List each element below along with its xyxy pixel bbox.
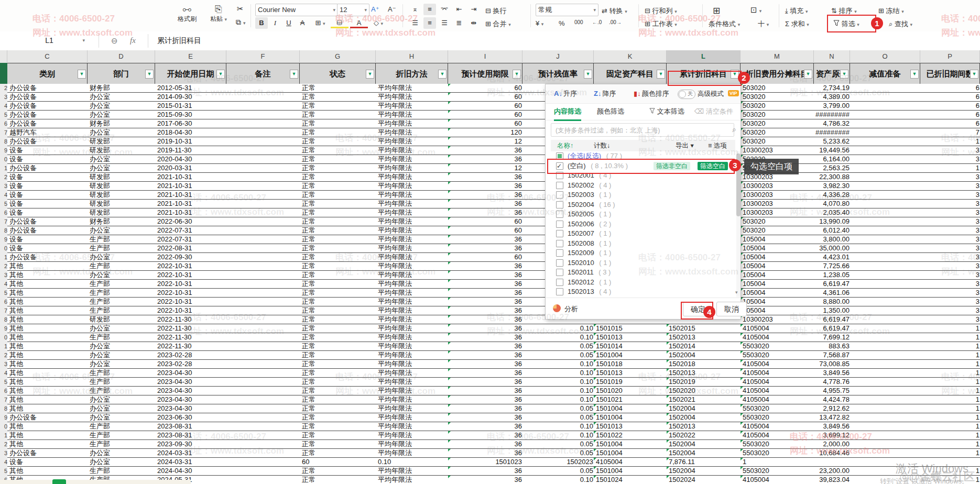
table-style-button[interactable]: ⊞	[713, 5, 720, 16]
fill-button[interactable]: ⤓ 填充 ▾	[785, 6, 808, 16]
filter-dropdown-K[interactable]: ▼	[657, 70, 665, 79]
filter-list-item[interactable]: 1502007 ( 1 )	[551, 229, 735, 238]
align-top-button[interactable]: ⌅	[409, 4, 421, 15]
percent-button[interactable]: %	[559, 19, 565, 27]
header-cell-E[interactable]: 开始使用日期▼	[155, 63, 226, 84]
font-name-select[interactable]: Courier New▾	[255, 4, 338, 16]
row-header-12[interactable]: 2	[0, 173, 8, 182]
row-header-30[interactable]: 0	[0, 333, 8, 342]
filter-dropdown-H[interactable]: ▼	[438, 70, 447, 79]
conditional-format-button[interactable]: 条件格式 ▾	[709, 19, 740, 29]
header-cell-F[interactable]: 备注▼	[226, 63, 300, 84]
column-letter-L[interactable]: L	[667, 50, 741, 62]
filter-item-checkbox[interactable]	[556, 152, 563, 160]
row-header-4[interactable]: 4	[0, 102, 8, 111]
filter-dropdown-N[interactable]: ▼	[840, 70, 848, 79]
font-size-select[interactable]: 12▾	[337, 4, 369, 16]
decrease-indent-button[interactable]: ⇤	[453, 4, 465, 15]
row-header-29[interactable]: 9	[0, 324, 8, 333]
header-cell-C[interactable]: 类别▼	[7, 63, 88, 84]
fill-color-button[interactable]: ⛁	[331, 17, 349, 29]
currency-button[interactable]: ¥ ▾	[536, 19, 543, 27]
filter-item-checkbox[interactable]	[556, 221, 563, 228]
row-header-10[interactable]: 0	[0, 155, 8, 164]
filter-dropdown-D[interactable]: ▼	[145, 70, 154, 79]
decrease-decimal-button[interactable]: ←.0	[592, 19, 602, 25]
align-center-button[interactable]: ≡	[423, 17, 436, 29]
grid-style-button[interactable]: ⼗ ▾	[758, 19, 769, 29]
filter-item-checkbox[interactable]	[556, 201, 563, 208]
format-painter-button[interactable]: ⧟格式刷	[173, 4, 201, 24]
column-letter-G[interactable]: G	[300, 50, 376, 62]
align-right-button[interactable]: ☰	[438, 17, 451, 29]
row-header-14[interactable]: 4	[0, 191, 8, 200]
row-header-5[interactable]: 5	[0, 111, 8, 119]
formula-input[interactable]: 累计折旧科目	[157, 31, 201, 50]
filter-list-item[interactable]: 1502012 ( 1 )	[551, 278, 735, 287]
column-letter-P[interactable]: P	[920, 50, 980, 62]
column-letter-E[interactable]: E	[155, 50, 226, 62]
header-cell-O[interactable]: 减值准备▼	[850, 63, 920, 84]
filter-item-checkbox[interactable]	[556, 269, 563, 276]
filter-item-checkbox[interactable]	[556, 191, 563, 199]
row-header-44[interactable]: 4	[0, 458, 8, 467]
filter-item-checkbox[interactable]	[556, 279, 563, 286]
filter-list-item[interactable]: 1502003 ( 1 )	[551, 190, 735, 200]
column-letter-I[interactable]: I	[448, 50, 522, 62]
row-header-43[interactable]: 3	[0, 449, 8, 458]
row-header-17[interactable]: 7	[0, 217, 8, 226]
justify-button[interactable]: ≣	[453, 17, 465, 29]
export-button[interactable]: 导出 ▾	[676, 140, 694, 151]
eraser-button[interactable]: ◇ ▾	[369, 17, 387, 29]
filter-item-checkbox[interactable]	[556, 230, 563, 237]
row-header-13[interactable]: 3	[0, 182, 8, 191]
filter-dropdown-F[interactable]: ▼	[290, 70, 298, 79]
header-cell-M[interactable]: 折旧费用分摊科目▼	[741, 63, 814, 84]
filter-list-item[interactable]: 1502011 ( 3 )	[551, 268, 735, 277]
tab-content-filter[interactable]: 内容筛选	[554, 103, 581, 121]
filter-list-item[interactable]: 1502010 ( 1 )	[551, 258, 735, 268]
row-header-32[interactable]: 2	[0, 351, 8, 360]
freeze-button[interactable]: ⊞ 冻结 ▾	[878, 6, 904, 16]
filter-item-checkbox[interactable]	[556, 240, 563, 247]
row-header-25[interactable]: 5	[0, 289, 8, 298]
filter-item-checkbox[interactable]	[556, 172, 563, 179]
column-letter-O[interactable]: O	[850, 50, 920, 62]
advanced-mode-toggle[interactable]: 关	[678, 90, 695, 99]
cancel-button[interactable]: 取消	[716, 302, 747, 316]
header-cell-K[interactable]: 固定资产科目▼	[594, 63, 667, 84]
bold-button[interactable]: B	[255, 17, 268, 29]
row-header-16[interactable]: 6	[0, 208, 8, 217]
filter-dropdown-P[interactable]: ▼	[970, 70, 978, 79]
row-header-38[interactable]: 8	[0, 404, 8, 413]
header-cell-J[interactable]: 预计残值率▼	[522, 63, 594, 84]
options-button[interactable]: ≡ 选项	[708, 140, 727, 151]
row-header-8[interactable]: 8	[0, 137, 8, 146]
paste-button[interactable]: ⎘粘贴 ▾	[205, 4, 232, 24]
column-letter-M[interactable]: M	[741, 50, 814, 62]
header-cell-G[interactable]: 状态▼	[300, 63, 376, 84]
scrollbar-down-arrow[interactable]: ▾	[735, 290, 741, 295]
filter-list-item[interactable]: 1502006 ( 2 )	[551, 219, 735, 229]
row-header-18[interactable]: 8	[0, 226, 8, 235]
row-header-15[interactable]: 5	[0, 200, 8, 208]
header-cell-D[interactable]: 部门▼	[88, 63, 155, 84]
filter-list-item[interactable]: 1502002 ( 4 )	[551, 181, 735, 190]
row-header-20[interactable]: 0	[0, 244, 8, 253]
clear-filter-button[interactable]: ⌫ 清空条件	[694, 103, 733, 119]
borders-button[interactable]: ⊞ ▾	[311, 17, 329, 29]
filter-dropdown-J[interactable]: ▼	[584, 70, 592, 79]
distribute-button[interactable]: ⇹	[467, 17, 480, 29]
column-letter-H[interactable]: H	[376, 50, 448, 62]
filter-list-item[interactable]: 1502008 ( 1 )	[551, 239, 735, 248]
filter-dropdown-M[interactable]: ▼	[804, 70, 812, 79]
sort-by-count[interactable]: 计数↓	[594, 140, 610, 151]
header-cell-I[interactable]: 预计使用期限▼	[448, 63, 522, 84]
filter-item-checkbox[interactable]	[556, 249, 563, 257]
row-header-7[interactable]: 7	[0, 128, 8, 137]
row-header-37[interactable]: 7	[0, 395, 8, 404]
column-letter-F[interactable]: F	[226, 50, 300, 62]
sort-descending-button[interactable]: Z↓降序	[594, 84, 616, 103]
worksheet-button[interactable]: ⊞ 工作表 ▾	[645, 19, 677, 29]
column-letter-K[interactable]: K	[594, 50, 667, 62]
